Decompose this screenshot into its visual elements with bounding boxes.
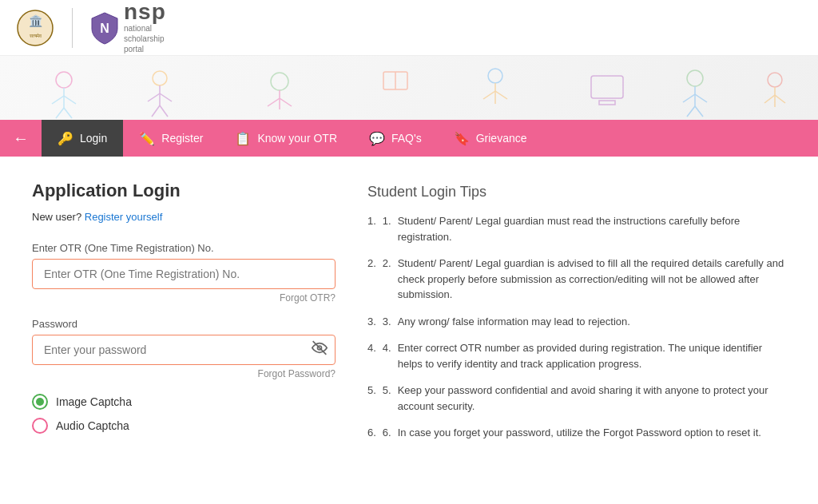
tip-text: Student/ Parent/ Legal guardian is advis… [398, 256, 786, 303]
password-input-wrapper [32, 335, 336, 365]
nav-login-label: Login [80, 132, 107, 145]
forgot-password-link[interactable]: Forgot Password? [32, 368, 336, 379]
nav-login[interactable]: 🔑 Login [42, 120, 123, 157]
password-label: Password [32, 318, 336, 330]
nsp-text: nsp national scholarship portal [124, 1, 166, 54]
nsp-title-text: nsp [124, 1, 166, 23]
captcha-section: Image Captcha Audio Captcha [32, 394, 336, 434]
svg-point-34 [768, 73, 782, 87]
audio-captcha-option[interactable]: Audio Captcha [32, 418, 336, 434]
svg-line-13 [160, 93, 172, 101]
tip-text: Keep your password confidential and avoi… [398, 383, 786, 414]
login-form-panel: Application Login New user? Register you… [32, 181, 336, 452]
svg-line-15 [160, 105, 168, 117]
nav-register[interactable]: ✏️ Register [123, 120, 219, 157]
nsp-logo: N nsp national scholarship portal [90, 1, 166, 54]
tip-number: 5. [383, 383, 391, 414]
audio-captcha-label: Audio Captcha [56, 419, 129, 432]
nav-register-label: Register [161, 132, 203, 145]
svg-line-12 [148, 93, 160, 101]
otr-field-group: Enter OTR (One Time Registration) No. Fo… [32, 242, 336, 304]
tip-number: 1. [383, 213, 391, 244]
tip-item-2: 2.Student/ Parent/ Legal guardian is adv… [367, 256, 786, 303]
register-yourself-link[interactable]: Register yourself [85, 211, 163, 223]
svg-line-37 [775, 95, 785, 103]
tip-text: Enter correct OTR number as provided dur… [398, 340, 786, 371]
audio-captcha-radio[interactable] [32, 418, 48, 434]
password-input[interactable] [32, 335, 336, 365]
main-content: Application Login New user? Register you… [0, 157, 818, 476]
tip-number: 6. [383, 425, 391, 441]
header: 🏛️ सत्यमेव N nsp national scholarship po… [0, 0, 818, 56]
svg-line-9 [64, 108, 72, 118]
svg-line-19 [280, 98, 292, 106]
new-user-section: New user? Register yourself [32, 211, 336, 223]
svg-text:🏛️: 🏛️ [29, 14, 43, 28]
form-title: Application Login [32, 181, 336, 201]
doc-icon: 📋 [235, 131, 251, 146]
forgot-otr-link[interactable]: Forgot OTR? [32, 292, 336, 304]
svg-line-7 [64, 96, 76, 104]
indian-emblem-icon: 🏛️ सत्यमेव [16, 9, 54, 47]
tip-number: 4. [383, 340, 391, 371]
svg-line-18 [268, 98, 280, 106]
tip-item-5: 5.Keep your password confidential and av… [367, 383, 786, 414]
bookmark-icon: 🔖 [454, 131, 470, 146]
navigation: ← 🔑 Login ✏️ Register 📋 Know your OTR 💬 … [0, 120, 818, 157]
tip-item-3: 3.Any wrong/ false information may lead … [367, 314, 786, 330]
svg-line-36 [764, 95, 775, 103]
svg-point-22 [488, 69, 502, 83]
image-captcha-radio[interactable] [32, 394, 48, 410]
svg-point-10 [153, 71, 167, 85]
tips-panel: Student Login Tips 1.Student/ Parent/ Le… [367, 181, 786, 452]
back-button[interactable]: ← [0, 120, 42, 157]
password-field-group: Password Forgot Password? [32, 318, 336, 379]
nav-grievance-label: Grievance [476, 132, 527, 145]
tip-text: Any wrong/ false information may lead to… [398, 314, 630, 330]
new-user-static-text: New user? [32, 211, 81, 223]
svg-line-24 [483, 91, 495, 99]
tips-title: Student Login Tips [367, 184, 786, 200]
svg-text:सत्यमेव: सत्यमेव [29, 33, 42, 38]
nav-faqs-label: FAQ's [391, 132, 422, 145]
svg-line-8 [56, 108, 64, 118]
logo-area: 🏛️ सत्यमेव N nsp national scholarship po… [16, 1, 166, 54]
nav-faqs[interactable]: 💬 FAQ's [353, 120, 438, 157]
tip-item-4: 4.Enter correct OTR number as provided d… [367, 340, 786, 371]
svg-line-33 [695, 106, 703, 117]
toggle-password-visibility-icon[interactable] [312, 340, 328, 360]
nav-grievance[interactable]: 🔖 Grievance [438, 120, 543, 157]
banner-illustration [0, 56, 818, 120]
banner [0, 56, 818, 120]
svg-line-6 [52, 96, 64, 104]
svg-line-25 [495, 91, 507, 99]
tips-list: 1.Student/ Parent/ Legal guardian must r… [367, 213, 786, 441]
nav-know-otr-label: Know your OTR [257, 132, 337, 145]
svg-text:N: N [100, 22, 109, 35]
tip-text: In case you forget your password, utiliz… [398, 425, 761, 441]
edit-icon: ✏️ [139, 131, 155, 146]
image-captcha-option[interactable]: Image Captcha [32, 394, 336, 410]
nav-know-otr[interactable]: 📋 Know your OTR [219, 120, 353, 157]
otr-input[interactable] [32, 259, 336, 289]
svg-rect-26 [591, 76, 623, 98]
tip-text: Student/ Parent/ Legal guardian must rea… [398, 213, 786, 244]
tip-number: 3. [383, 314, 391, 330]
svg-rect-27 [599, 101, 615, 105]
svg-point-16 [271, 73, 288, 90]
svg-line-31 [695, 94, 707, 102]
svg-point-4 [56, 72, 72, 88]
svg-line-32 [687, 106, 695, 117]
tip-item-1: 1.Student/ Parent/ Legal guardian must r… [367, 213, 786, 244]
svg-point-28 [687, 70, 703, 86]
key-icon: 🔑 [58, 131, 73, 146]
tip-number: 2. [383, 256, 391, 303]
chat-icon: 💬 [369, 131, 385, 146]
svg-line-14 [152, 105, 160, 117]
otr-input-wrapper [32, 259, 336, 289]
tip-item-6: 6.In case you forget your password, util… [367, 425, 786, 441]
image-captcha-label: Image Captcha [56, 395, 132, 408]
nsp-subtitle-text: national scholarship portal [124, 23, 166, 54]
header-divider [72, 8, 73, 48]
otr-label: Enter OTR (One Time Registration) No. [32, 242, 336, 254]
